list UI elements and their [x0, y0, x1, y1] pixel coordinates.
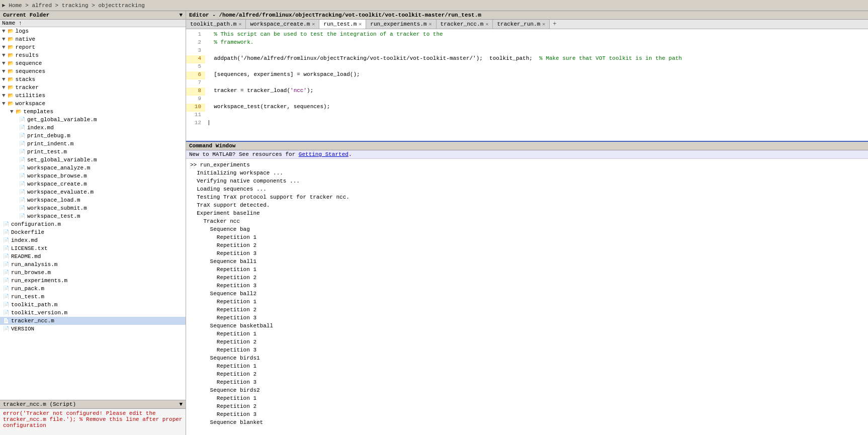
tree-item-label: workspace: [16, 101, 45, 107]
editor-tab[interactable]: run_test.m✕: [319, 20, 366, 29]
tree-item[interactable]: 📄README.md: [0, 252, 186, 260]
tree-item-label: run_test.m: [11, 294, 44, 300]
tree-item[interactable]: 📄run_browse.m: [0, 269, 186, 277]
tree-item[interactable]: 📄print_test.m: [0, 148, 186, 156]
tree-item[interactable]: ▼📂templates: [0, 108, 186, 116]
line-content: [205, 96, 868, 104]
tree-item[interactable]: 📄workspace_submit.m: [0, 204, 186, 212]
folder-icon: 📂: [7, 76, 15, 83]
top-toolbar: ► Home > alfred > tracking > objecttrack…: [0, 0, 868, 11]
tree-item[interactable]: 📄tracker_ncc.m: [0, 317, 186, 325]
editor-tab[interactable]: tracker_ncc.m✕: [437, 20, 493, 29]
code-line: 2 % framework.: [186, 39, 868, 47]
tree-item[interactable]: 📄workspace_browse.m: [0, 172, 186, 180]
tree-item[interactable]: 📄workspace_evaluate.m: [0, 188, 186, 196]
tree-item[interactable]: 📄run_analysis.m: [0, 260, 186, 269]
tree-item[interactable]: 📄run_pack.m: [0, 285, 186, 293]
tree-item[interactable]: 📄workspace_test.m: [0, 212, 186, 220]
tab-close-button[interactable]: ✕: [238, 21, 241, 27]
tree-item[interactable]: 📄print_indent.m: [0, 140, 186, 148]
command-output[interactable]: >> run_experiments Initializing workspac…: [186, 159, 868, 435]
tree-item[interactable]: ▼📂logs: [0, 27, 186, 35]
tree-item[interactable]: 📄configuration.m: [0, 220, 186, 228]
tree-item-label: LICENSE.txt: [11, 245, 48, 251]
tree-item[interactable]: 📄run_test.m: [0, 293, 186, 301]
line-number: 1: [186, 31, 205, 39]
tree-item[interactable]: ▼📂stacks: [0, 75, 186, 83]
editor-tab[interactable]: tracker_run.m✕: [493, 20, 550, 29]
tree-item[interactable]: 📄workspace_create.m: [0, 180, 186, 188]
tree-item[interactable]: 📄Dockerfile: [0, 228, 186, 236]
editor-content[interactable]: 1 % This script can be used to test the …: [186, 29, 868, 141]
file-icon: 📄: [18, 116, 26, 123]
command-output-line: Repetition 2: [190, 306, 864, 314]
line-content: workspace_test(tracker, sequences);: [205, 104, 868, 112]
tree-item[interactable]: 📄workspace_load.m: [0, 196, 186, 204]
line-number: 2: [186, 39, 205, 47]
tree-item[interactable]: ▼📂report: [0, 43, 186, 51]
tab-close-button[interactable]: ✕: [542, 21, 545, 27]
tree-item[interactable]: ▼📂sequence: [0, 59, 186, 67]
command-output-line: Repetition 2: [190, 338, 864, 346]
file-icon: 📄: [18, 197, 26, 204]
file-icon: 📄: [2, 317, 10, 324]
tree-item-label: workspace_submit.m: [27, 205, 87, 211]
tree-item[interactable]: 📄run_experiments.m: [0, 277, 186, 285]
tree-item[interactable]: ▼📂sequences: [0, 67, 186, 75]
tab-close-button[interactable]: ✕: [312, 21, 315, 27]
getting-started-link[interactable]: Getting Started: [299, 151, 349, 157]
editor-tab[interactable]: toolkit_path.m✕: [186, 20, 246, 29]
tree-item[interactable]: 📄toolkit_version.m: [0, 309, 186, 317]
tree-item[interactable]: 📄index.md: [0, 236, 186, 244]
tree-item[interactable]: ▼📂results: [0, 51, 186, 59]
tree-item-label: stacks: [16, 76, 36, 82]
tree-item[interactable]: 📄toolkit_path.m: [0, 301, 186, 309]
command-output-line: Sequence bag: [190, 225, 864, 233]
tab-close-button[interactable]: ✕: [429, 21, 432, 27]
file-icon: 📄: [18, 164, 26, 171]
tree-item[interactable]: ▼📂native: [0, 35, 186, 43]
tree-item-label: utilities: [16, 93, 45, 99]
line-content: [205, 63, 868, 71]
add-tab-button[interactable]: +: [550, 20, 559, 29]
file-tree[interactable]: ▼📂logs▼📂native▼📂report▼📂results▼📂sequenc…: [0, 27, 186, 400]
file-icon: 📄: [18, 205, 26, 212]
command-output-line: Repetition 2: [190, 402, 864, 410]
line-number: 7: [186, 79, 205, 88]
tree-item[interactable]: 📄VERSION: [0, 325, 186, 333]
tree-item-label: set_global_variable.m: [27, 157, 97, 163]
folder-icon: 📂: [7, 44, 15, 51]
editor-tab[interactable]: run_experiments.m✕: [366, 20, 436, 29]
tree-item-label: tracker_ncc.m: [11, 318, 54, 324]
command-output-line: Sequence birds2: [190, 386, 864, 394]
command-window-header: Command Window: [186, 142, 868, 150]
tree-item[interactable]: 📄index.md: [0, 124, 186, 132]
tree-item[interactable]: ▼📂utilities: [0, 92, 186, 100]
line-content: % framework.: [205, 39, 868, 47]
editor-tab[interactable]: workspace_create.m✕: [246, 20, 319, 29]
file-icon: 📄: [18, 156, 26, 163]
command-output-line: TraX support detected.: [190, 201, 864, 209]
file-icon: 📄: [2, 221, 10, 228]
tree-item[interactable]: ▼📂tracker: [0, 83, 186, 92]
code-line: 11: [186, 112, 868, 120]
code-line: 12: [186, 120, 868, 128]
file-icon: 📄: [2, 325, 10, 332]
tree-item[interactable]: 📄set_global_variable.m: [0, 156, 186, 164]
command-output-line: Repetition 2: [190, 274, 864, 282]
editor-tabs[interactable]: toolkit_path.m✕workspace_create.m✕run_te…: [186, 20, 868, 29]
current-folder-toggle[interactable]: ▼: [179, 12, 183, 18]
code-line: 9: [186, 96, 868, 104]
line-content: [205, 120, 868, 128]
tree-item[interactable]: ▼📂workspace: [0, 100, 186, 108]
bottom-panel-toggle[interactable]: ▼: [179, 401, 183, 407]
command-output-line: Sequence blanket: [190, 418, 864, 426]
tree-item[interactable]: 📄get_global_variable.m: [0, 116, 186, 124]
tree-item[interactable]: 📄workspace_analyze.m: [0, 164, 186, 172]
tab-close-button[interactable]: ✕: [485, 21, 488, 27]
tree-item-label: VERSION: [11, 326, 34, 332]
tab-close-button[interactable]: ✕: [359, 21, 362, 27]
tree-item[interactable]: 📄LICENSE.txt: [0, 244, 186, 252]
tree-item-label: native: [16, 36, 36, 42]
tree-item[interactable]: 📄print_debug.m: [0, 132, 186, 140]
